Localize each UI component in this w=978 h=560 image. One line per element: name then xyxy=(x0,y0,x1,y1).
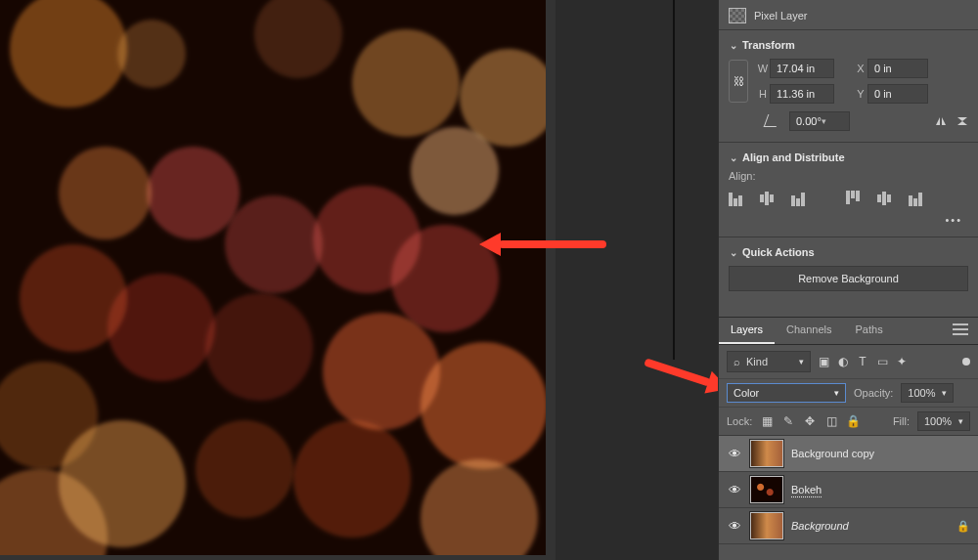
filter-type-icon[interactable]: T xyxy=(856,355,869,368)
height-field[interactable] xyxy=(770,84,834,104)
opacity-value: 100% xyxy=(908,387,935,399)
visibility-toggle[interactable]: 👁 xyxy=(727,447,742,461)
right-panels: Pixel Layer ⌄ Transform ⛓ W X H Y 0.00° … xyxy=(719,0,978,560)
tab-channels[interactable]: Channels xyxy=(775,318,843,344)
blend-mode-dropdown[interactable]: Color ▾ xyxy=(727,383,846,403)
width-field[interactable] xyxy=(770,59,834,78)
lock-artboard-icon[interactable]: ◫ xyxy=(824,414,838,428)
visibility-toggle[interactable]: 👁 xyxy=(727,483,742,497)
layer-name[interactable]: Background copy xyxy=(791,448,874,459)
transform-title: Transform xyxy=(742,39,795,51)
section-quick-actions[interactable]: ⌄ Quick Actions xyxy=(719,240,978,262)
filter-toggle-icon[interactable] xyxy=(962,358,970,366)
document-image[interactable] xyxy=(0,0,546,555)
filter-kind-label: Kind xyxy=(746,356,768,367)
chevron-down-icon: ⌄ xyxy=(729,247,738,258)
y-label: Y xyxy=(854,88,867,100)
panel-menu-icon[interactable] xyxy=(953,318,968,335)
chevron-down-icon: ▾ xyxy=(799,357,804,366)
layer-row[interactable]: 👁 Background copy xyxy=(719,436,978,472)
lock-pixels-icon[interactable]: ✎ xyxy=(781,414,795,428)
chevron-down-icon: ⌄ xyxy=(729,152,738,163)
annotation-arrow-right xyxy=(644,357,731,393)
quick-actions-title: Quick Actions xyxy=(742,246,815,258)
link-wh-button[interactable]: ⛓ xyxy=(729,60,748,103)
section-transform[interactable]: ⌄ Transform xyxy=(719,33,978,55)
flip-horizontal-icon[interactable] xyxy=(935,116,947,126)
lock-all-icon[interactable]: 🔒 xyxy=(846,414,860,428)
lock-transparent-icon[interactable]: ▦ xyxy=(760,414,774,428)
layer-thumbnail[interactable] xyxy=(750,476,783,503)
layers-panel-tabs: Layers Channels Paths xyxy=(719,317,978,345)
transform-grid: ⛓ W X H Y xyxy=(719,55,978,108)
search-icon: ⌕ xyxy=(734,356,740,367)
canvas-pasteboard xyxy=(0,0,556,560)
lock-label: Lock: xyxy=(727,415,752,427)
chevron-down-icon: ⌄ xyxy=(729,40,738,51)
layer-type-row: Pixel Layer xyxy=(719,0,978,26)
remove-background-button[interactable]: Remove Background xyxy=(729,266,968,291)
layers-list: 👁 Background copy 👁 Bokeh 👁 Background 🔒 xyxy=(719,436,978,544)
blend-mode-value: Color xyxy=(734,387,759,399)
x-label: X xyxy=(854,63,867,74)
opacity-field[interactable]: 100% ▾ xyxy=(901,383,954,403)
align-buttons xyxy=(719,185,978,212)
align-bottom-button[interactable] xyxy=(909,191,926,206)
chevron-down-icon: ▾ xyxy=(834,388,839,398)
layer-row[interactable]: 👁 Background 🔒 xyxy=(719,508,978,544)
filter-kind-dropdown[interactable]: ⌕ Kind ▾ xyxy=(727,351,811,372)
layer-type-label: Pixel Layer xyxy=(754,10,807,22)
annotation-arrow-left xyxy=(479,239,606,249)
panel-divider[interactable] xyxy=(673,0,675,360)
chevron-down-icon: ▾ xyxy=(942,388,947,398)
align-left-button[interactable] xyxy=(729,191,746,206)
filter-adjust-icon[interactable]: ◐ xyxy=(836,355,850,368)
x-field[interactable] xyxy=(867,59,928,78)
rotation-field[interactable]: 0.00° xyxy=(789,111,850,131)
layer-name[interactable]: Background xyxy=(791,520,849,532)
align-label-row: Align: xyxy=(719,167,978,185)
more-options-button[interactable]: ••• xyxy=(719,212,978,234)
opacity-label: Opacity: xyxy=(854,387,893,399)
tab-layers[interactable]: Layers xyxy=(719,318,775,344)
w-label: W xyxy=(756,63,770,74)
lock-row: Lock: ▦ ✎ ✥ ◫ 🔒 Fill: 100% ▾ xyxy=(719,408,978,436)
pixel-layer-icon xyxy=(729,8,746,23)
fill-label: Fill: xyxy=(893,415,910,427)
layer-name[interactable]: Bokeh xyxy=(791,484,822,495)
section-align[interactable]: ⌄ Align and Distribute xyxy=(719,146,978,167)
align-center-h-button[interactable] xyxy=(760,191,778,206)
chevron-down-icon: ▾ xyxy=(958,416,963,426)
filter-pixel-icon[interactable]: ▣ xyxy=(817,355,830,368)
fill-value: 100% xyxy=(924,415,952,427)
blend-row: Color ▾ Opacity: 100% ▾ xyxy=(719,379,978,408)
y-field[interactable] xyxy=(867,84,928,104)
visibility-toggle[interactable]: 👁 xyxy=(727,519,742,534)
align-right-button[interactable] xyxy=(791,191,809,206)
align-label: Align: xyxy=(729,170,756,182)
layer-row[interactable]: 👁 Bokeh xyxy=(719,472,978,508)
tab-paths[interactable]: Paths xyxy=(844,318,895,344)
lock-position-icon[interactable]: ✥ xyxy=(803,414,817,428)
rotation-row: 0.00° xyxy=(719,108,978,139)
fill-field[interactable]: 100% ▾ xyxy=(917,411,970,431)
filter-shape-icon[interactable]: ▭ xyxy=(875,355,889,368)
layer-thumbnail[interactable] xyxy=(750,440,783,467)
align-title: Align and Distribute xyxy=(742,151,845,163)
align-center-v-button[interactable] xyxy=(877,191,895,206)
filter-smart-icon[interactable]: ✦ xyxy=(895,355,909,368)
angle-icon xyxy=(766,114,779,128)
flip-vertical-icon[interactable] xyxy=(956,116,968,126)
layer-filter-row: ⌕ Kind ▾ ▣ ◐ T ▭ ✦ xyxy=(719,345,978,379)
h-label: H xyxy=(756,88,770,100)
align-top-button[interactable] xyxy=(846,191,864,206)
lock-icon[interactable]: 🔒 xyxy=(956,520,970,533)
layer-thumbnail[interactable] xyxy=(750,512,783,539)
link-icon: ⛓ xyxy=(734,75,744,87)
